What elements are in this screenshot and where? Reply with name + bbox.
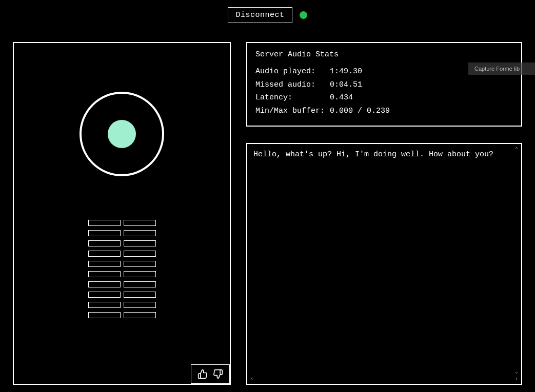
- level-bar: [88, 240, 121, 246]
- level-bar: [124, 220, 156, 226]
- audio-level-bars: [88, 220, 156, 318]
- audio-circle-outer: [80, 92, 164, 176]
- audio-circle: [80, 92, 164, 176]
- bar-column-right: [124, 220, 156, 318]
- connection-status-dot: [300, 11, 307, 19]
- stat-label: Missed audio:: [255, 78, 330, 92]
- scroll-right-icon[interactable]: ›: [515, 377, 518, 382]
- level-bar: [88, 220, 121, 226]
- stat-label: Min/Max buffer:: [255, 105, 330, 118]
- level-bar: [88, 281, 121, 287]
- stat-value: 0:04.51: [330, 78, 362, 92]
- transcript-text: Hello, what's up? Hi, I'm doing well. Ho…: [253, 149, 512, 160]
- stat-value: 0.434: [330, 91, 353, 105]
- bar-column-left: [88, 220, 121, 318]
- scroll-up-icon[interactable]: ⌃: [515, 147, 518, 152]
- level-bar: [88, 271, 121, 277]
- disconnect-button[interactable]: Disconnect: [228, 7, 292, 23]
- stat-value: 1:49.30: [330, 65, 362, 78]
- stats-title: Server Audio Stats: [255, 50, 513, 59]
- level-bar: [88, 292, 121, 298]
- visualizer-panel: [13, 42, 231, 385]
- capture-overlay-hint: Capture Forme lib: [468, 63, 535, 75]
- stat-label: Audio played:: [255, 65, 330, 78]
- thumbs-up-icon[interactable]: [197, 369, 208, 379]
- top-bar: Disconnect: [0, 0, 535, 23]
- scroll-down-icon[interactable]: ⌄: [515, 369, 518, 375]
- level-bar: [124, 281, 156, 287]
- thumbs-down-icon[interactable]: [213, 369, 223, 379]
- level-bar: [88, 261, 121, 267]
- feedback-controls: [191, 364, 230, 384]
- main-content: Server Audio Stats Audio played: 1:49.30…: [13, 42, 522, 385]
- level-bar: [88, 230, 121, 236]
- level-bar: [88, 312, 121, 318]
- audio-circle-inner: [108, 120, 136, 148]
- stat-label: Latency:: [255, 91, 330, 105]
- level-bar: [124, 230, 156, 236]
- stat-value: 0.000 / 0.239: [330, 105, 390, 118]
- level-bar: [124, 302, 156, 308]
- level-bar: [88, 302, 121, 308]
- transcript-panel[interactable]: Hello, what's up? Hi, I'm doing well. Ho…: [246, 143, 522, 385]
- level-bar: [88, 251, 121, 257]
- level-bar: [124, 251, 156, 257]
- level-bar: [124, 271, 156, 277]
- scroll-left-icon[interactable]: ‹: [250, 377, 253, 382]
- stat-row: Min/Max buffer: 0.000 / 0.239: [255, 105, 513, 118]
- level-bar: [124, 261, 156, 267]
- server-audio-stats-panel: Server Audio Stats Audio played: 1:49.30…: [246, 42, 522, 127]
- right-column: Server Audio Stats Audio played: 1:49.30…: [246, 42, 522, 385]
- level-bar: [124, 312, 156, 318]
- level-bar: [124, 240, 156, 246]
- stat-row: Latency: 0.434: [255, 91, 513, 105]
- level-bar: [124, 292, 156, 298]
- stat-row: Missed audio: 0:04.51: [255, 78, 513, 92]
